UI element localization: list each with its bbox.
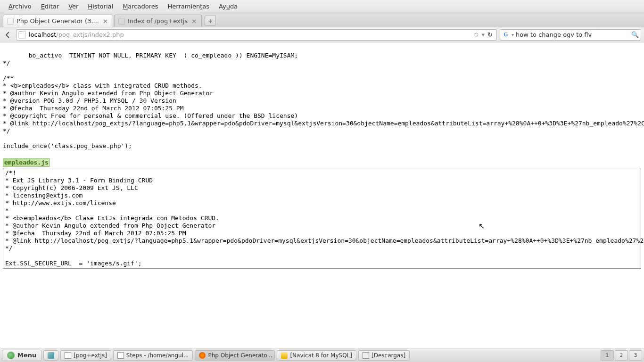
url-bar[interactable]: localhost/pog_extjs/index2.php ✩ ▾ ↻ (16, 29, 497, 41)
workspace-2[interactable]: 2 (615, 350, 628, 361)
firefox-icon (199, 352, 206, 359)
menu-ver[interactable]: Ver (64, 1, 83, 12)
workspace-switcher: 1 2 3 (601, 350, 642, 361)
arrow-left-icon (4, 31, 12, 39)
url-text: localhost/pog_extjs/index2.php (29, 31, 472, 38)
url-dropdown-icon[interactable]: ▾ (482, 31, 485, 38)
text-editor-icon (117, 352, 124, 359)
start-menu-button[interactable]: Menu (2, 350, 41, 361)
search-input[interactable]: how to change ogv to flv (516, 31, 629, 38)
file-content-box: /*! * Ext JS Library 3.1 - Form Binding … (3, 168, 641, 269)
reload-icon[interactable]: ↻ (487, 31, 493, 38)
search-bar[interactable]: G ▾ how to change ogv to flv 🔍 (500, 29, 641, 41)
navicat-icon (281, 352, 288, 359)
search-engine-dropdown-icon[interactable]: ▾ (512, 32, 514, 37)
search-go-icon[interactable]: 🔍 (631, 31, 639, 38)
mint-logo-icon (7, 352, 15, 359)
app-menubar: Archivo Editar Ver Historial Marcadores … (0, 0, 644, 13)
workspace-1[interactable]: 1 (601, 350, 614, 361)
downloads-icon (363, 352, 369, 359)
page-content[interactable]: bo_activo TINYINT NOT NULL, PRIMARY KEY … (0, 42, 644, 348)
task-item[interactable]: [Navicat 8 for MySQL] (277, 350, 356, 361)
start-menu-label: Menu (17, 352, 36, 359)
search-engine-google-icon[interactable]: G (502, 31, 510, 39)
desktop-taskbar: Menu [pog+extjs] Steps - /home/angul... … (0, 348, 644, 362)
new-tab-button[interactable]: + (205, 16, 216, 26)
menu-editar[interactable]: Editar (36, 1, 64, 12)
menu-historial[interactable]: Historial (83, 1, 118, 12)
task-item[interactable]: [pog+extjs] (60, 350, 111, 361)
feed-icon[interactable]: ✩ (474, 31, 479, 38)
page-favicon-icon (118, 18, 125, 25)
task-item[interactable]: Steps - /home/angul... (113, 350, 193, 361)
file-header: empleados.js (3, 158, 50, 167)
menu-ayuda[interactable]: Ayuda (214, 1, 242, 12)
menu-herramientas[interactable]: Herramientas (163, 1, 215, 12)
workspace-3[interactable]: 3 (629, 350, 642, 361)
close-tab-icon[interactable]: × (190, 17, 198, 25)
show-desktop-button[interactable] (43, 350, 58, 361)
back-button[interactable] (3, 30, 13, 40)
code-block-bottom: /*! * Ext JS Library 3.1 - Form Binding … (5, 169, 639, 267)
menu-archivo[interactable]: Archivo (4, 1, 36, 12)
task-item[interactable]: [Descargas] (358, 350, 410, 361)
task-item[interactable]: Php Object Generato... (195, 350, 275, 361)
filemanager-icon (65, 352, 71, 359)
site-favicon-icon (18, 31, 26, 39)
tab-0[interactable]: Php Object Generator (3.... × (3, 15, 113, 27)
tab-label: Index of /pog+extjs (128, 17, 188, 25)
browser-tabbar: Php Object Generator (3.... × Index of /… (0, 13, 644, 27)
menu-marcadores[interactable]: Marcadores (118, 1, 163, 12)
tab-label: Php Object Generator (3.... (17, 17, 99, 25)
close-tab-icon[interactable]: × (102, 17, 109, 25)
browser-navbar: localhost/pog_extjs/index2.php ✩ ▾ ↻ G ▾… (0, 27, 644, 42)
page-favicon-icon (7, 18, 14, 25)
code-block-top: bo_activo TINYINT NOT NULL, PRIMARY KEY … (3, 52, 641, 150)
tab-1[interactable]: Index of /pog+extjs × (114, 15, 202, 27)
desktop-icon (48, 352, 54, 359)
